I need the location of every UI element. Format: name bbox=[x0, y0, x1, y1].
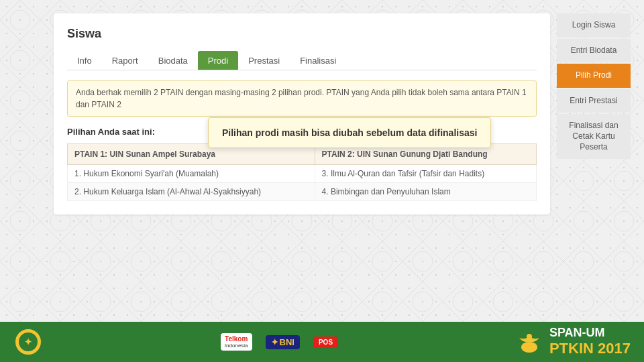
tab-prestasi[interactable]: Prestasi bbox=[238, 51, 290, 70]
pos-sponsor: POS bbox=[313, 337, 338, 348]
main-content: Siswa Info Raport Biodata Prodi Prestasi… bbox=[54, 13, 631, 315]
page-title: Siswa bbox=[67, 27, 537, 41]
telkom-sponsor: Telkom Indonesia bbox=[221, 333, 252, 351]
footer-sponsors: Telkom Indonesia ✦ BNI POS bbox=[221, 333, 338, 351]
info-box: Anda berhak memilih 2 PTAIN dengan masin… bbox=[67, 80, 537, 117]
pos-label: POS bbox=[319, 339, 333, 346]
span-year-label: PTKIN 2017 bbox=[549, 340, 631, 357]
prodi1: 1. Hukum Ekonomi Syari'ah (Muamalah) bbox=[68, 165, 315, 183]
sidebar-finalisasi[interactable]: Finalisasi dan Cetak Kartu Peserta bbox=[557, 114, 631, 159]
footer: ✦ Telkom Indonesia ✦ BNI POS SPAN-UM PTK… bbox=[0, 322, 644, 362]
tab-finalisasi[interactable]: Finalisasi bbox=[290, 51, 346, 70]
svg-text:✦: ✦ bbox=[24, 337, 32, 347]
kemenag-logo: ✦ bbox=[13, 327, 43, 357]
bni-icon: ✦ bbox=[271, 337, 278, 347]
telkom-indonesia: Indonesia bbox=[225, 343, 248, 349]
svg-point-3 bbox=[521, 342, 537, 353]
content-card: Siswa Info Raport Biodata Prodi Prestasi… bbox=[54, 13, 550, 215]
tab-info[interactable]: Info bbox=[67, 51, 102, 70]
telkom-name: Telkom bbox=[225, 335, 248, 343]
span-bird-icon bbox=[516, 328, 543, 355]
tooltip-overlay: Pilihan prodi masih bisa diubah sebelum … bbox=[208, 117, 491, 148]
prodi3: 3. Ilmu Al-Quran dan Tafsir (Tafsir dan … bbox=[315, 165, 536, 183]
footer-right: SPAN-UM PTKIN 2017 bbox=[516, 326, 631, 357]
table-row: 1. Hukum Ekonomi Syari'ah (Muamalah) 3. … bbox=[68, 165, 537, 183]
prodi-table: PTAIN 1: UIN Sunan Ampel Surabaya PTAIN … bbox=[67, 143, 537, 201]
bni-label: BNI bbox=[280, 337, 294, 347]
tab-bar: Info Raport Biodata Prodi Prestasi Final… bbox=[67, 51, 537, 70]
brand-text: SPAN-UM PTKIN 2017 bbox=[549, 326, 631, 357]
span-um-label: SPAN-UM bbox=[549, 326, 631, 340]
prodi4: 4. Bimbingan dan Penyuluhan Islam bbox=[315, 183, 536, 201]
footer-left: ✦ bbox=[13, 327, 43, 357]
sidebar-pilih-prodi[interactable]: Pilih Prodi bbox=[557, 64, 631, 88]
sidebar: Login Siswa Entri Biodata Pilih Prodi En… bbox=[557, 13, 631, 159]
svg-point-4 bbox=[527, 334, 532, 339]
sidebar-login-siswa[interactable]: Login Siswa bbox=[557, 13, 631, 38]
prodi2: 2. Hukum Keluarga Islam (Al-Ahwal Al-Sya… bbox=[68, 183, 315, 201]
table-row: 2. Hukum Keluarga Islam (Al-Ahwal Al-Sya… bbox=[68, 183, 537, 201]
tab-biodata[interactable]: Biodata bbox=[148, 51, 198, 70]
tab-raport[interactable]: Raport bbox=[102, 51, 148, 70]
sidebar-entri-biodata[interactable]: Entri Biodata bbox=[557, 39, 631, 63]
sidebar-entri-prestasi[interactable]: Entri Prestasi bbox=[557, 89, 631, 113]
bni-sponsor: ✦ BNI bbox=[266, 335, 300, 349]
tab-prodi[interactable]: Prodi bbox=[198, 51, 238, 70]
